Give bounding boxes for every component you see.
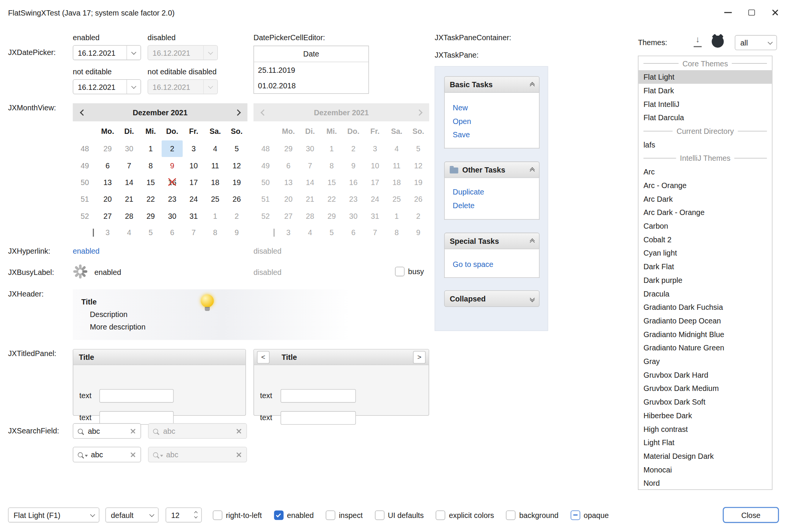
calendar-day-cell[interactable]: 30 [118, 140, 140, 157]
calendar-day-cell[interactable]: 25 [205, 191, 226, 207]
calendar-day-cell[interactable]: 1 [205, 207, 226, 224]
download-icon[interactable] [693, 37, 702, 47]
taskpane-link-delete[interactable]: Delete [453, 199, 531, 212]
calendar-day-cell[interactable]: 7 [183, 224, 205, 241]
checkbox-explicit-colors[interactable]: explicit colors [436, 510, 494, 520]
checkbox-right-to-left[interactable]: right-to-left [213, 510, 262, 520]
laf-combo[interactable]: Flat Light (F1) [8, 507, 99, 523]
taskpane-link-save[interactable]: Save [453, 128, 531, 141]
calendar-day-cell[interactable]: 4 [205, 140, 226, 157]
theme-list-item[interactable]: Carbon [638, 219, 772, 233]
taskpane-link-duplicate[interactable]: Duplicate [453, 185, 531, 199]
datepicker-enabled[interactable]: 16.12.2021 [73, 45, 141, 60]
calendar-day-cell[interactable]: 29 [97, 140, 118, 157]
theme-list-item[interactable]: Light Flat [638, 436, 772, 449]
taskpane-link-go-to-space[interactable]: Go to space [453, 257, 531, 271]
theme-list-item[interactable]: Arc [638, 165, 772, 179]
table-row[interactable]: 25.11.2019 [254, 62, 368, 78]
calendar-day-cell[interactable]: 18 [205, 174, 226, 191]
calendar-day-cell[interactable]: 20 [97, 191, 118, 207]
calendar-day-cell[interactable]: 14 [118, 174, 140, 191]
theme-filter-combo[interactable]: all [735, 35, 777, 50]
close-window-button[interactable] [763, 0, 787, 25]
theme-list-item[interactable]: Arc - Orange [638, 179, 772, 192]
taskpane-header[interactable]: Collapsed [444, 290, 540, 307]
taskpane-link-open[interactable]: Open [453, 115, 531, 128]
theme-list-item[interactable]: Dark purple [638, 273, 772, 287]
theme-list-item[interactable]: High contrast [638, 422, 772, 436]
text-input[interactable] [280, 389, 356, 403]
theme-list-item[interactable]: Flat Dark [638, 84, 772, 97]
calendar-day-cell[interactable]: 9 [226, 224, 247, 241]
minimize-button[interactable] [716, 0, 740, 25]
calendar-day-cell[interactable]: 26 [226, 191, 247, 207]
theme-list-item[interactable]: Material Design Dark [638, 449, 772, 463]
text-input[interactable] [99, 389, 174, 403]
text-input[interactable] [280, 411, 356, 425]
checkbox-enabled[interactable]: enabled [274, 510, 314, 520]
spinner-down-icon[interactable] [194, 515, 197, 518]
calendar-next-button[interactable] [227, 103, 247, 121]
theme-list-item[interactable]: Dark Flat [638, 260, 772, 273]
calendar-day-cell[interactable]: 6 [161, 224, 183, 241]
checkbox-opaque[interactable]: opaque [571, 510, 609, 520]
datepicker-dropdown-button[interactable] [126, 46, 140, 60]
calendar-day-cell[interactable]: 12 [226, 157, 247, 174]
calendar-day-cell[interactable]: 28 [118, 207, 140, 224]
theme-list-item[interactable]: Flat Light [638, 70, 772, 84]
taskpane-header[interactable]: Other Tasks [444, 162, 540, 178]
theme-list-item[interactable]: Gruvbox Dark Medium [638, 381, 772, 395]
calendar-day-cell[interactable]: 19 [226, 174, 247, 191]
calendar-day-cell[interactable]: 3 [183, 140, 205, 157]
calendar-day-cell[interactable]: 24 [183, 191, 205, 207]
text-input[interactable] [99, 411, 174, 425]
font-combo[interactable]: default [105, 507, 159, 523]
spinner-up-icon[interactable] [194, 511, 197, 514]
theme-list-item[interactable]: Cyan light [638, 246, 772, 260]
calendar-day-cell[interactable]: 1 [140, 140, 162, 157]
maximize-button[interactable] [740, 0, 763, 25]
theme-list-item[interactable]: Arc Dark - Orange [638, 206, 772, 219]
taskpane-header[interactable]: Basic Tasks [444, 76, 540, 93]
calendar-day-cell[interactable]: 23 [161, 191, 183, 207]
theme-list-item[interactable]: Gradianto Dark Fuchsia [638, 300, 772, 314]
calendar-day-cell[interactable]: 16 [161, 174, 183, 191]
calendar-day-cell[interactable]: 27 [97, 207, 118, 224]
theme-list-item[interactable]: Flat Darcula [638, 111, 772, 124]
calendar-day-cell[interactable]: 21 [118, 191, 140, 207]
calendar-day-cell[interactable]: 9 [161, 157, 183, 174]
taskpane-link-new[interactable]: New [453, 101, 531, 115]
calendar-day-cell[interactable]: 4 [118, 224, 140, 241]
table-row[interactable]: 01.02.2018 [254, 78, 368, 93]
checkbox-background[interactable]: background [506, 510, 559, 520]
taskpane-header[interactable]: Special Tasks [444, 233, 540, 250]
calendar-day-cell[interactable]: 31 [183, 207, 205, 224]
calendar-day-cell[interactable]: 2 [226, 207, 247, 224]
checkbox-ui-defaults[interactable]: UI defaults [375, 510, 424, 520]
calendar-day-cell[interactable]: 15 [140, 174, 162, 191]
calendar-day-cell[interactable]: 5 [140, 224, 162, 241]
calendar-day-cell[interactable]: 11 [205, 157, 226, 174]
titled-panel-prev-button[interactable]: < [257, 351, 269, 363]
theme-list-item[interactable]: Gruvbox Dark Soft [638, 395, 772, 409]
theme-list-item[interactable]: Gray [638, 355, 772, 368]
theme-list-item[interactable]: Gradianto Nature Green [638, 341, 772, 355]
calendar-day-cell[interactable]: 7 [118, 157, 140, 174]
theme-list-item[interactable]: Dracula [638, 287, 772, 300]
theme-list-item[interactable]: Arc Dark [638, 192, 772, 206]
github-icon[interactable] [712, 36, 724, 48]
titled-panel-next-button[interactable]: > [413, 351, 426, 363]
theme-list-item[interactable]: Gruvbox Dark Hard [638, 368, 772, 382]
checkbox-inspect[interactable]: inspect [326, 510, 363, 520]
calendar-day-cell[interactable]: 13 [97, 174, 118, 191]
search-input[interactable]: abc [88, 427, 127, 435]
theme-list-item[interactable]: Gradianto Deep Ocean [638, 314, 772, 328]
datepicker-dropdown-button[interactable] [126, 80, 140, 94]
theme-list-item[interactable]: Hiberbee Dark [638, 409, 772, 422]
hyperlink-enabled[interactable]: enabled [73, 247, 100, 255]
theme-list-item[interactable]: Cobalt 2 [638, 233, 772, 246]
theme-list-item[interactable]: Monocai [638, 463, 772, 477]
checkbox-busy[interactable]: busy [395, 267, 424, 276]
calendar-day-cell[interactable]: 6 [97, 157, 118, 174]
theme-list-item[interactable]: Nord [638, 476, 772, 490]
